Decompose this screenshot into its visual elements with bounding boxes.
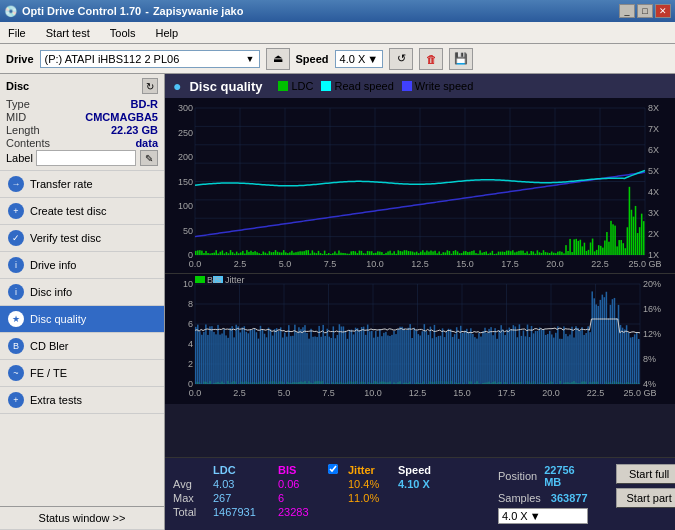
disc-reload-button[interactable]: ↻ [142,78,158,94]
extra-tests-label: Extra tests [30,394,82,406]
max-jitter: 11.0% [348,492,398,504]
disc-header-label: Disc [6,80,29,92]
label-edit-button[interactable]: ✎ [140,150,158,166]
main-content: Disc ↻ Type BD-R MID CMCMAGBA5 Length 22… [0,74,675,530]
refresh-button[interactable]: ↺ [389,48,413,70]
disc-info-icon: i [8,284,24,300]
jitter-header: Jitter [348,464,398,476]
type-value: BD-R [131,98,159,110]
sidebar-item-cd-bler[interactable]: B CD Bler [0,333,164,360]
sidebar-item-drive-info[interactable]: i Drive info [0,252,164,279]
max-ldc: 267 [213,492,278,504]
cd-bler-label: CD Bler [30,340,69,352]
sidebar-item-extra-tests[interactable]: + Extra tests [0,387,164,414]
label-input[interactable] [36,150,136,166]
mid-label: MID [6,111,26,123]
status-area: Status window >> [0,506,164,530]
speed-stat-arrow: ▼ [530,510,541,522]
ldc-color-dot [278,81,288,91]
maximize-button[interactable]: □ [637,4,653,18]
top-chart-canvas [165,98,675,273]
status-window-button[interactable]: Status window >> [0,507,164,530]
speed-select[interactable]: 4.0 X ▼ [335,50,384,68]
avg-speed: 4.10 X [398,478,478,490]
status-window-label: Status window >> [39,512,126,524]
total-ldc: 1467931 [213,506,278,518]
verify-test-disc-label: Verify test disc [30,232,101,244]
sidebar-item-create-test-disc[interactable]: + Create test disc [0,198,164,225]
app-subtitle-text: Zapisywanie jako [153,5,243,17]
avg-jitter: 10.4% [348,478,398,490]
titlebar-controls: _ □ ✕ [619,4,671,18]
sidebar-item-disc-info[interactable]: i Disc info [0,279,164,306]
drive-select[interactable]: (P:) ATAPI iHBS112 2 PL06 ▼ [40,50,260,68]
titlebar-left: 💿 Opti Drive Control 1.70 - Zapisywanie … [4,5,243,18]
drive-value: (P:) ATAPI iHBS112 2 PL06 [45,53,180,65]
start-part-button[interactable]: Start part [616,488,675,508]
max-label: Max [173,492,213,504]
samples-label: Samples [498,492,541,504]
fe-te-label: FE / TE [30,367,67,379]
action-buttons: Start full Start part [616,464,675,524]
drive-info-label: Drive info [30,259,76,271]
drivebar: Drive (P:) ATAPI iHBS112 2 PL06 ▼ ⏏ Spee… [0,44,675,74]
close-button[interactable]: ✕ [655,4,671,18]
app-subtitle: - [145,5,149,17]
jitter-checkbox-wrap [328,464,348,476]
disc-quality-header: ● Disc quality LDC Read speed Write spee… [165,74,675,98]
speed-label: Speed [296,53,329,65]
ldc-header: LDC [213,464,278,476]
position-label: Position [498,470,537,482]
legend-write-speed: Write speed [402,80,474,92]
contents-label: Contents [6,137,50,149]
app-icon: 💿 [4,5,18,18]
max-bis: 6 [278,492,328,504]
chart-container [165,98,675,457]
legend-ldc: LDC [278,80,313,92]
drive-label: Drive [6,53,34,65]
avg-label: Avg [173,478,213,490]
dq-title: Disc quality [189,79,262,94]
sidebar-item-disc-quality[interactable]: ★ Disc quality [0,306,164,333]
chart-legend: LDC Read speed Write speed [278,80,473,92]
chart-bottom [165,273,675,403]
left-panel: Disc ↻ Type BD-R MID CMCMAGBA5 Length 22… [0,74,165,530]
sidebar-item-fe-te[interactable]: ~ FE / TE [0,360,164,387]
ws-legend-label: Write speed [415,80,474,92]
jitter-checkbox[interactable] [328,464,338,474]
speed-value: 4.0 X [340,53,366,65]
length-label: Length [6,124,40,136]
bottom-chart-canvas [165,274,675,404]
menu-help[interactable]: Help [151,25,182,41]
drive-info-icon: i [8,257,24,273]
menu-file[interactable]: File [4,25,30,41]
sidebar-item-verify-test-disc[interactable]: ✓ Verify test disc [0,225,164,252]
menu-starttest[interactable]: Start test [42,25,94,41]
start-full-button[interactable]: Start full [616,464,675,484]
chart-top [165,98,675,273]
speed-stat-select[interactable]: 4.0 X ▼ [498,508,588,524]
fe-te-icon: ~ [8,365,24,381]
clear-button[interactable]: 🗑 [419,48,443,70]
avg-bis: 0.06 [278,478,328,490]
transfer-rate-icon: → [8,176,24,192]
disc-section: Disc ↻ Type BD-R MID CMCMAGBA5 Length 22… [0,74,164,171]
type-label: Type [6,98,30,110]
menu-tools[interactable]: Tools [106,25,140,41]
app-title: Opti Drive Control 1.70 [22,5,141,17]
save-button[interactable]: 💾 [449,48,473,70]
total-label: Total [173,506,213,518]
minimize-button[interactable]: _ [619,4,635,18]
contents-value: data [135,137,158,149]
ldc-legend-label: LDC [291,80,313,92]
disc-quality-label: Disc quality [30,313,86,325]
label-label: Label [6,152,33,164]
create-test-disc-icon: + [8,203,24,219]
ws-color-dot [402,81,412,91]
rs-legend-label: Read speed [334,80,393,92]
eject-button[interactable]: ⏏ [266,48,290,70]
rs-color-dot [321,81,331,91]
verify-test-disc-icon: ✓ [8,230,24,246]
disc-quality-icon: ★ [8,311,24,327]
sidebar-item-transfer-rate[interactable]: → Transfer rate [0,171,164,198]
